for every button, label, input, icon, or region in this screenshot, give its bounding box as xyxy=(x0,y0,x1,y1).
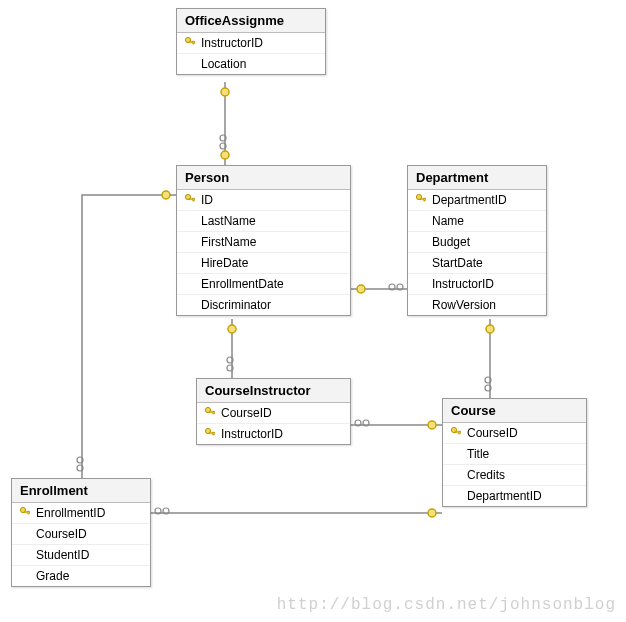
svg-rect-31 xyxy=(459,431,460,434)
field-name: InstructorID xyxy=(199,36,263,50)
field-name: LastName xyxy=(199,214,256,228)
entity-title[interactable]: Course xyxy=(443,399,586,423)
field-row[interactable]: Title xyxy=(443,444,586,465)
field-name: InstructorID xyxy=(219,427,283,441)
entity-fields: InstructorIDLocation xyxy=(177,33,325,74)
entity-fields: CourseIDTitleCreditsDepartmentID xyxy=(443,423,586,506)
field-name: CourseID xyxy=(219,406,272,420)
field-name: RowVersion xyxy=(430,298,496,312)
primary-key-icon xyxy=(181,36,199,50)
entity-title[interactable]: CourseInstructor xyxy=(197,379,350,403)
field-name: StudentID xyxy=(34,548,89,562)
field-name: EnrollmentID xyxy=(34,506,105,520)
field-row[interactable]: RowVersion xyxy=(408,295,546,315)
entity-enrollment[interactable]: EnrollmentEnrollmentIDCourseIDStudentIDG… xyxy=(11,478,151,587)
svg-point-7 xyxy=(162,191,170,199)
entity-fields: CourseIDInstructorID xyxy=(197,403,350,444)
svg-point-6 xyxy=(228,325,236,333)
field-row[interactable]: InstructorID xyxy=(408,274,546,295)
field-name: HireDate xyxy=(199,256,248,270)
watermark: http://blog.csdn.net/johnsonblog xyxy=(277,596,616,614)
svg-point-4 xyxy=(357,285,365,293)
rel-course-enrollment xyxy=(151,508,442,517)
entity-department[interactable]: DepartmentDepartmentIDNameBudgetStartDat… xyxy=(407,165,547,316)
field-name: Title xyxy=(465,447,489,461)
svg-rect-25 xyxy=(213,411,214,414)
field-name: Grade xyxy=(34,569,69,583)
field-row[interactable]: InstructorID xyxy=(197,424,350,444)
field-name: Name xyxy=(430,214,464,228)
field-row[interactable]: Location xyxy=(177,54,325,74)
field-name: EnrollmentDate xyxy=(199,277,284,291)
entity-course[interactable]: CourseCourseIDTitleCreditsDepartmentID xyxy=(442,398,587,507)
entity-title[interactable]: OfficeAssignme xyxy=(177,9,325,33)
entity-courseInstructor[interactable]: CourseInstructorCourseIDInstructorID xyxy=(196,378,351,445)
field-name: ID xyxy=(199,193,213,207)
field-row[interactable]: StudentID xyxy=(12,545,150,566)
primary-key-icon xyxy=(16,506,34,520)
svg-point-11 xyxy=(428,421,436,429)
field-row[interactable]: Budget xyxy=(408,232,546,253)
svg-point-1 xyxy=(221,88,229,96)
rel-officeassignment-person xyxy=(220,82,229,165)
primary-key-icon xyxy=(181,193,199,207)
field-row[interactable]: LastName xyxy=(177,211,350,232)
entity-title[interactable]: Person xyxy=(177,166,350,190)
svg-point-2 xyxy=(221,151,229,159)
primary-key-icon xyxy=(412,193,430,207)
field-row[interactable]: DepartmentID xyxy=(408,190,546,211)
svg-rect-19 xyxy=(193,198,194,201)
primary-key-icon xyxy=(447,426,465,440)
field-name: InstructorID xyxy=(430,277,494,291)
entity-fields: EnrollmentIDCourseIDStudentIDGrade xyxy=(12,503,150,586)
field-row[interactable]: DepartmentID xyxy=(443,486,586,506)
rel-person-department xyxy=(351,284,407,293)
svg-rect-22 xyxy=(424,198,425,201)
svg-rect-28 xyxy=(213,432,214,435)
field-name: Location xyxy=(199,57,246,71)
primary-key-icon xyxy=(201,427,219,441)
rel-person-courseinstructor xyxy=(227,319,236,378)
rel-person-enrollment xyxy=(77,191,176,478)
field-name: Discriminator xyxy=(199,298,271,312)
field-name: Credits xyxy=(465,468,505,482)
field-row[interactable]: Name xyxy=(408,211,546,232)
field-row[interactable]: InstructorID xyxy=(177,33,325,54)
rel-department-course xyxy=(485,319,494,398)
field-row[interactable]: ID xyxy=(177,190,350,211)
field-row[interactable]: CourseID xyxy=(197,403,350,424)
field-row[interactable]: CourseID xyxy=(443,423,586,444)
svg-rect-16 xyxy=(193,41,194,44)
field-name: CourseID xyxy=(34,527,87,541)
primary-key-icon xyxy=(201,406,219,420)
field-row[interactable]: HireDate xyxy=(177,253,350,274)
field-row[interactable]: Credits xyxy=(443,465,586,486)
field-row[interactable]: FirstName xyxy=(177,232,350,253)
field-name: StartDate xyxy=(430,256,483,270)
field-row[interactable]: EnrollmentID xyxy=(12,503,150,524)
field-row[interactable]: CourseID xyxy=(12,524,150,545)
field-row[interactable]: EnrollmentDate xyxy=(177,274,350,295)
svg-rect-34 xyxy=(28,511,29,514)
svg-point-13 xyxy=(428,509,436,517)
field-row[interactable]: StartDate xyxy=(408,253,546,274)
entity-officeAssignment[interactable]: OfficeAssignmeInstructorIDLocation xyxy=(176,8,326,75)
svg-point-9 xyxy=(486,325,494,333)
entity-title[interactable]: Department xyxy=(408,166,546,190)
field-name: FirstName xyxy=(199,235,256,249)
field-row[interactable]: Discriminator xyxy=(177,295,350,315)
rel-course-courseinstructor xyxy=(351,420,442,429)
field-name: CourseID xyxy=(465,426,518,440)
field-row[interactable]: Grade xyxy=(12,566,150,586)
field-name: DepartmentID xyxy=(430,193,507,207)
entity-fields: IDLastNameFirstNameHireDateEnrollmentDat… xyxy=(177,190,350,315)
entity-fields: DepartmentIDNameBudgetStartDateInstructo… xyxy=(408,190,546,315)
entity-title[interactable]: Enrollment xyxy=(12,479,150,503)
field-name: Budget xyxy=(430,235,470,249)
field-name: DepartmentID xyxy=(465,489,542,503)
entity-person[interactable]: PersonIDLastNameFirstNameHireDateEnrollm… xyxy=(176,165,351,316)
